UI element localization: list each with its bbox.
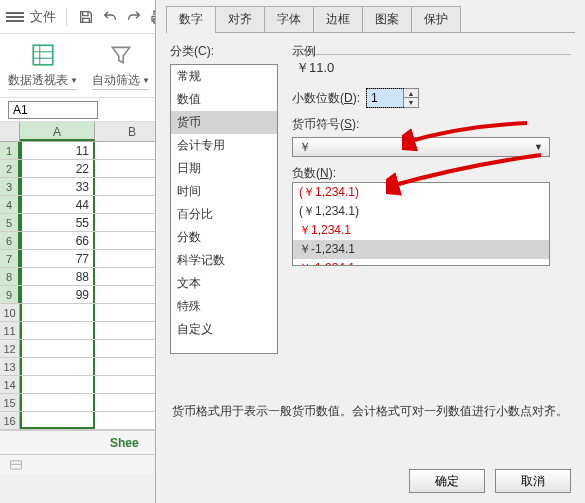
spinner-down[interactable]: ▼	[404, 98, 418, 107]
category-label: 分类(C):	[170, 43, 278, 60]
format-description: 货币格式用于表示一般货币数值。会计格式可对一列数值进行小数点对齐。	[172, 403, 569, 420]
category-item[interactable]: 特殊	[171, 295, 277, 318]
save-icon[interactable]	[77, 9, 95, 25]
row-header[interactable]: 12	[0, 340, 20, 357]
dialog-tab-1[interactable]: 对齐	[215, 6, 265, 32]
statusbar-icon	[8, 458, 24, 472]
negative-item[interactable]: ￥1,234.1	[293, 221, 549, 240]
decimal-label: 小数位数(D):	[292, 90, 360, 107]
cell[interactable]: 11	[20, 142, 95, 159]
symbol-label: 货币符号(S):	[292, 117, 359, 131]
cell[interactable]	[20, 358, 95, 375]
negative-item[interactable]: ￥-1,234.1	[293, 240, 549, 259]
row-header[interactable]: 10	[0, 304, 20, 321]
row-header[interactable]: 2	[0, 160, 20, 177]
category-item[interactable]: 日期	[171, 157, 277, 180]
category-item[interactable]: 时间	[171, 180, 277, 203]
category-item[interactable]: 货币	[171, 111, 277, 134]
category-item[interactable]: 分数	[171, 226, 277, 249]
cell[interactable]: 44	[20, 196, 95, 213]
dialog-tab-0[interactable]: 数字	[166, 6, 216, 32]
currency-symbol-combo[interactable]: ￥ ▼	[292, 137, 550, 157]
col-header-A[interactable]: A	[20, 122, 95, 141]
category-item[interactable]: 科学记数	[171, 249, 277, 272]
negative-list[interactable]: (￥1,234.1)(￥1,234.1)￥1,234.1￥-1,234.1￥-1…	[292, 182, 550, 266]
row-header[interactable]: 16	[0, 412, 20, 429]
negative-item[interactable]: ￥-1,234.1	[293, 259, 549, 266]
sheet-tab[interactable]: Shee	[110, 436, 139, 450]
pivot-label: 数据透视表	[8, 72, 68, 89]
row-header[interactable]: 7	[0, 250, 20, 267]
file-menu[interactable]: 文件	[30, 8, 56, 26]
svg-rect-0	[33, 45, 53, 65]
pivot-icon	[30, 42, 56, 68]
dialog-tabs: 数字对齐字体边框图案保护	[156, 0, 585, 32]
negative-item[interactable]: (￥1,234.1)	[293, 183, 549, 202]
cell[interactable]: 55	[20, 214, 95, 231]
dialog-tab-4[interactable]: 图案	[362, 6, 412, 32]
row-header[interactable]: 1	[0, 142, 20, 159]
dialog-tab-3[interactable]: 边框	[313, 6, 363, 32]
redo-icon[interactable]	[125, 9, 143, 25]
row-header[interactable]: 14	[0, 376, 20, 393]
cancel-button[interactable]: 取消	[495, 469, 571, 493]
category-item[interactable]: 百分比	[171, 203, 277, 226]
separator	[66, 8, 67, 26]
ok-button[interactable]: 确定	[409, 469, 485, 493]
chevron-down-icon: ▼	[534, 142, 543, 152]
cell[interactable]: 77	[20, 250, 95, 267]
filter-label: 自动筛选	[92, 72, 140, 89]
category-item[interactable]: 会计专用	[171, 134, 277, 157]
row-header[interactable]: 11	[0, 322, 20, 339]
decimal-input[interactable]	[367, 89, 403, 107]
row-header[interactable]: 13	[0, 358, 20, 375]
row-header[interactable]: 6	[0, 232, 20, 249]
cell[interactable]	[20, 412, 95, 429]
name-box[interactable]	[8, 101, 98, 119]
example-group: ￥11.0	[292, 54, 571, 88]
row-header[interactable]: 3	[0, 178, 20, 195]
cell[interactable]: 88	[20, 268, 95, 285]
row-header[interactable]: 15	[0, 394, 20, 411]
row-header[interactable]: 9	[0, 286, 20, 303]
select-all-corner[interactable]	[0, 122, 20, 141]
filter-icon	[108, 42, 134, 68]
cell[interactable]: 99	[20, 286, 95, 303]
category-item[interactable]: 数值	[171, 88, 277, 111]
cell[interactable]: 33	[20, 178, 95, 195]
combo-value: ￥	[299, 139, 311, 156]
svg-rect-4	[11, 460, 22, 468]
cell[interactable]	[20, 322, 95, 339]
cell[interactable]: 66	[20, 232, 95, 249]
cell[interactable]: 22	[20, 160, 95, 177]
hamburger-icon[interactable]	[6, 12, 24, 22]
example-value: ￥11.0	[292, 59, 571, 77]
row-header[interactable]: 8	[0, 268, 20, 285]
negative-item[interactable]: (￥1,234.1)	[293, 202, 549, 221]
format-cells-dialog: 数字对齐字体边框图案保护 分类(C): 常规数值货币会计专用日期时间百分比分数科…	[155, 0, 585, 503]
cell[interactable]	[20, 304, 95, 321]
dialog-tab-5[interactable]: 保护	[411, 6, 461, 32]
filter-button[interactable]: 自动筛选▼	[92, 42, 150, 90]
undo-icon[interactable]	[101, 9, 119, 25]
dialog-tab-2[interactable]: 字体	[264, 6, 314, 32]
pivot-button[interactable]: 数据透视表▼	[8, 42, 78, 90]
row-header[interactable]: 4	[0, 196, 20, 213]
category-item[interactable]: 常规	[171, 65, 277, 88]
negative-label: 负数(N):	[292, 166, 336, 180]
category-item[interactable]: 自定义	[171, 318, 277, 341]
cell[interactable]	[20, 376, 95, 393]
decimal-spinner[interactable]: ▲ ▼	[366, 88, 419, 108]
cell[interactable]	[20, 340, 95, 357]
cell[interactable]	[20, 394, 95, 411]
category-item[interactable]: 文本	[171, 272, 277, 295]
category-list[interactable]: 常规数值货币会计专用日期时间百分比分数科学记数文本特殊自定义	[170, 64, 278, 354]
row-header[interactable]: 5	[0, 214, 20, 231]
spinner-up[interactable]: ▲	[404, 89, 418, 98]
